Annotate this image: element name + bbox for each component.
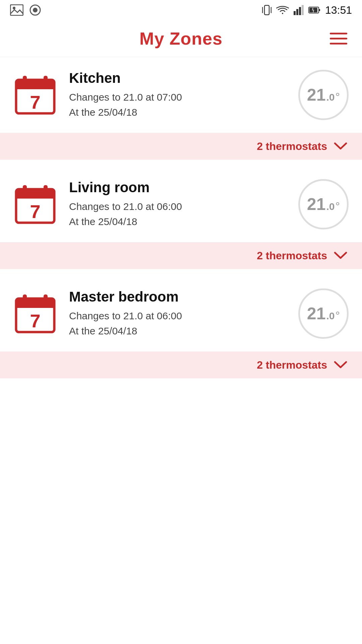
svg-rect-29	[23, 294, 27, 304]
wifi-icon	[276, 5, 289, 15]
zone-name-kitchen: Kitchen	[69, 70, 286, 86]
svg-rect-10	[302, 5, 304, 15]
temp-main-kitchen: 21	[307, 85, 326, 105]
zone-main-master-bedroom: 7 Master bedroom Changes to 21.0 at 06:0…	[0, 276, 362, 352]
svg-rect-13	[319, 9, 320, 11]
temp-decimal-kitchen: .0	[326, 92, 335, 103]
thermostats-label-kitchen: 2 thermostats	[257, 140, 327, 153]
svg-rect-22	[16, 195, 54, 199]
battery-icon	[308, 6, 320, 14]
temp-degree-master-bedroom: °	[336, 309, 340, 322]
status-time: 13:51	[325, 4, 352, 16]
status-bar: 13:51	[0, 0, 362, 20]
svg-rect-16	[16, 85, 54, 89]
temp-circle-living-room: 21.0°	[298, 179, 349, 229]
hamburger-line-2	[330, 38, 347, 39]
signal-icon	[294, 5, 304, 15]
record-icon	[29, 4, 41, 16]
svg-rect-24	[44, 185, 48, 195]
temp-decimal-master-bedroom: .0	[326, 310, 335, 322]
zone-info-living-room: Living room Changes to 21.0 at 06:00At t…	[69, 179, 286, 229]
svg-rect-7	[294, 11, 296, 15]
zone-schedule-living-room: Changes to 21.0 at 06:00At the 25/04/18	[69, 199, 286, 229]
svg-rect-23	[23, 185, 27, 195]
temp-value-living-room: 21.0°	[307, 195, 340, 214]
svg-rect-30	[44, 294, 48, 304]
svg-text:7: 7	[30, 92, 40, 113]
vibrate-icon	[262, 4, 272, 16]
temp-circle-master-bedroom: 21.0°	[298, 288, 349, 339]
thermostats-bar-living-room[interactable]: 2 thermostats	[0, 242, 362, 269]
svg-point-3	[33, 8, 38, 12]
status-bar-left	[10, 4, 41, 16]
calendar-icon-master-bedroom: 7	[13, 292, 57, 335]
temp-value-kitchen: 21.0°	[307, 85, 340, 105]
status-bar-right: 13:51	[262, 4, 352, 16]
temp-main-living-room: 21	[307, 195, 326, 214]
zone-main-living-room: 7 Living room Changes to 21.0 at 06:00At…	[0, 166, 362, 242]
zone-schedule-kitchen: Changes to 21.0 at 07:00At the 25/04/18	[69, 90, 286, 120]
calendar-icon-kitchen: 7	[13, 73, 57, 117]
svg-rect-28	[16, 304, 54, 308]
chevron-down-icon-living-room	[334, 252, 347, 260]
svg-rect-8	[296, 9, 298, 15]
zones-list: 7 Kitchen Changes to 21.0 at 07:00At the…	[0, 57, 362, 378]
zone-name-living-room: Living room	[69, 179, 286, 196]
temp-degree-living-room: °	[336, 200, 340, 213]
thermostats-bar-kitchen[interactable]: 2 thermostats	[0, 133, 362, 160]
card-spacer-0	[0, 160, 362, 166]
thermostats-label-master-bedroom: 2 thermostats	[257, 359, 327, 371]
thermostats-label-living-room: 2 thermostats	[257, 250, 327, 262]
chevron-down-icon-master-bedroom	[334, 361, 347, 369]
zone-card-master-bedroom[interactable]: 7 Master bedroom Changes to 21.0 at 06:0…	[0, 276, 362, 378]
zone-card-kitchen[interactable]: 7 Kitchen Changes to 21.0 at 07:00At the…	[0, 57, 362, 160]
zone-schedule-master-bedroom: Changes to 21.0 at 06:00At the 25/04/18	[69, 308, 286, 338]
calendar-icon-living-room: 7	[13, 182, 57, 226]
svg-point-1	[13, 7, 15, 9]
svg-text:7: 7	[30, 310, 40, 331]
svg-text:7: 7	[30, 201, 40, 222]
temp-value-master-bedroom: 21.0°	[307, 304, 340, 323]
temp-degree-kitchen: °	[336, 90, 340, 103]
zone-name-master-bedroom: Master bedroom	[69, 289, 286, 305]
svg-rect-9	[299, 7, 301, 15]
temp-circle-kitchen: 21.0°	[298, 70, 349, 120]
zone-info-master-bedroom: Master bedroom Changes to 21.0 at 06:00A…	[69, 289, 286, 338]
temp-main-master-bedroom: 21	[307, 304, 326, 323]
app-header: My Zones	[0, 20, 362, 57]
zone-card-living-room[interactable]: 7 Living room Changes to 21.0 at 06:00At…	[0, 166, 362, 269]
svg-rect-0	[10, 5, 23, 15]
hamburger-line-1	[330, 33, 347, 34]
zone-info-kitchen: Kitchen Changes to 21.0 at 07:00At the 2…	[69, 70, 286, 120]
thermostats-bar-master-bedroom[interactable]: 2 thermostats	[0, 352, 362, 378]
svg-rect-18	[44, 76, 48, 85]
svg-rect-4	[264, 5, 269, 15]
page-title: My Zones	[139, 29, 223, 49]
svg-rect-17	[23, 76, 27, 85]
card-spacer-1	[0, 269, 362, 276]
menu-button[interactable]	[327, 30, 350, 47]
temp-decimal-living-room: .0	[326, 201, 335, 212]
zone-main-kitchen: 7 Kitchen Changes to 21.0 at 07:00At the…	[0, 57, 362, 133]
chevron-down-icon-kitchen	[334, 142, 347, 150]
gallery-icon	[10, 4, 23, 16]
hamburger-line-3	[330, 43, 347, 44]
